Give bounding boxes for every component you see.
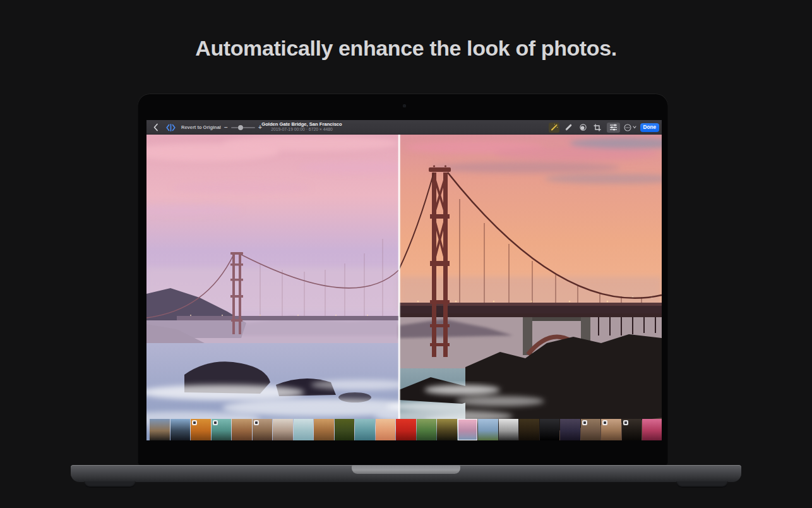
edited-badge-icon [602, 420, 607, 425]
ellipsis-circle-icon [624, 124, 631, 131]
thumbnail-night-city[interactable] [560, 419, 580, 440]
thumbnail-bw-abstract[interactable] [499, 419, 519, 440]
macbook-foot-right [676, 481, 728, 488]
thumbnail-person-teal[interactable] [212, 419, 232, 440]
page-title: Automatically enhance the look of photos… [0, 36, 812, 61]
thumbnail-night-windows[interactable] [519, 419, 539, 440]
before-after-compare-icon [166, 124, 176, 131]
photos-edit-toolbar: Revert to Original − + Golden Gate Bridg… [146, 120, 662, 135]
extensions-more-button[interactable] [624, 124, 636, 131]
macbook-screen: Revert to Original − + Golden Gate Bridg… [146, 120, 662, 440]
thumbnail-dark-portrait[interactable] [540, 419, 560, 440]
edited-badge-icon [213, 420, 218, 425]
thumbnail-clouds-field[interactable] [478, 419, 498, 440]
filters-icon [579, 123, 587, 131]
toolbar-right-group: Done [549, 120, 659, 135]
thumbnail-portrait-light[interactable] [273, 419, 293, 440]
after-half [374, 135, 662, 440]
thumbnail-poppy-field[interactable] [191, 419, 211, 440]
thumbnail-dark-figure[interactable] [622, 419, 642, 440]
thumbnail-ocean-aerial[interactable] [294, 419, 314, 440]
edited-badge-icon [623, 420, 628, 425]
adjust-sliders-icon [609, 124, 618, 131]
adjust-button[interactable] [607, 123, 620, 133]
webcam-camera [403, 104, 406, 107]
thumbnail-lake-mountains[interactable] [170, 419, 191, 440]
photo-canvas [146, 135, 662, 440]
crop-button[interactable] [592, 123, 603, 133]
photo-filmstrip [150, 419, 662, 440]
thumbnail-golden-gate-bridge[interactable] [458, 419, 478, 440]
thumbnail-red-figure[interactable] [396, 419, 416, 440]
filters-button[interactable] [578, 123, 588, 133]
thumbnail-statue-brown[interactable] [581, 419, 601, 440]
edited-badge-icon [582, 420, 587, 425]
thumbnail-yellow-flowers[interactable] [335, 419, 355, 440]
thumbnail-dancer-pink[interactable] [642, 419, 662, 440]
edited-badge-icon [254, 420, 259, 425]
auto-enhance-button[interactable] [549, 123, 559, 133]
photo-title-block: Golden Gate Bridge, San Francisco 2019-0… [239, 121, 365, 133]
thumbnail-silhouette-olive[interactable] [437, 419, 457, 440]
revert-label: Revert to Original [181, 124, 221, 130]
retouch-pencil-icon [564, 123, 573, 131]
done-button[interactable]: Done [640, 123, 659, 132]
revert-to-original-button[interactable]: Revert to Original [181, 120, 221, 135]
thumbnail-person-tan[interactable] [601, 419, 621, 440]
back-chevron-icon [153, 123, 158, 131]
before-half [146, 135, 424, 440]
golden-gate-before-after-photo [146, 135, 662, 440]
lid-lift-notch [352, 465, 460, 474]
magic-wand-icon [550, 123, 558, 131]
photo-title: Golden Gate Bridge, San Francisco [239, 121, 365, 127]
thumbnail-desert-rocks[interactable] [232, 419, 252, 440]
chevron-down-icon [633, 126, 636, 129]
thumbnail-rock-arch[interactable] [314, 419, 334, 440]
back-button[interactable] [153, 120, 158, 135]
thumbnail-person-green[interactable] [417, 419, 437, 440]
edited-badge-icon [192, 420, 197, 425]
macbook-foot-left [84, 481, 136, 488]
before-after-divider [398, 135, 400, 440]
marketing-page: Automatically enhance the look of photos… [0, 0, 812, 508]
thumbnail-person-brown[interactable] [253, 419, 273, 440]
compare-before-after-button[interactable] [166, 120, 176, 135]
thumbnail-mountain-peaks[interactable] [150, 419, 170, 440]
thumbnail-sunset-glow[interactable] [376, 419, 396, 440]
photo-metadata: 2019-07-19 00:00 · 6720 × 4480 [239, 127, 365, 132]
retouch-button[interactable] [563, 123, 574, 133]
zoom-out-button[interactable]: − [224, 120, 228, 135]
crop-icon [594, 124, 601, 131]
thumbnail-surf-waves[interactable] [355, 419, 375, 440]
